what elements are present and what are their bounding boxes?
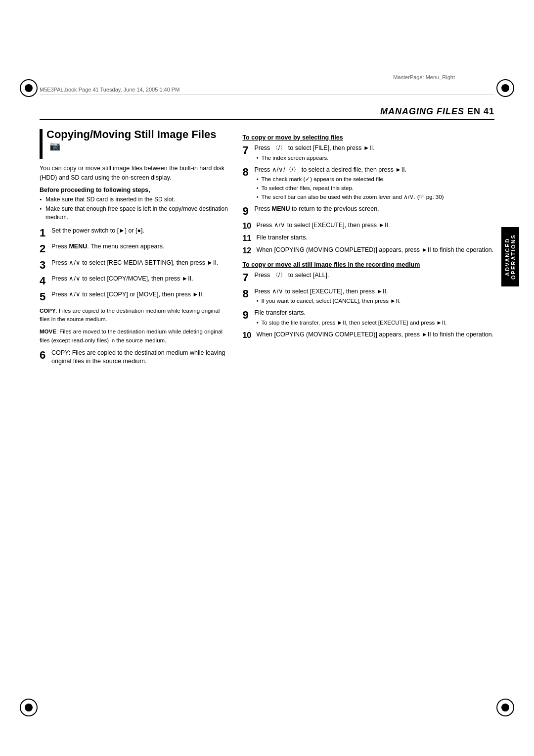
right-step-7-select: 7 Press 〈/〉 to select [FILE], then press… — [242, 144, 493, 163]
step-3-content: Press ∧/∨ to select [REC MEDIA SETTING],… — [51, 259, 230, 268]
left-column: Copying/Moving Still Image Files 📷 You c… — [40, 128, 230, 369]
section-title-block: Copying/Moving Still Image Files 📷 — [40, 128, 230, 159]
bullet-item: Make sure that SD card is inserted in th… — [40, 195, 230, 204]
step-num-9a: 9 — [242, 309, 253, 322]
step-9s-content: Press MENU to return to the previous scr… — [254, 205, 493, 214]
right-step-10-select: 10 Press ∧/∨ to select [EXECUTE], then p… — [242, 221, 493, 231]
move-note: MOVE: Files are moved to the destination… — [40, 328, 230, 345]
step-1: 1 Set the power switch to [►] or [●]. — [40, 227, 230, 239]
step-num-8s: 8 — [242, 166, 253, 179]
registration-mark-top-left — [20, 79, 38, 97]
bullet: To stop the file transfer, press ►II, th… — [256, 319, 493, 327]
step-num-10a: 10 — [242, 331, 255, 340]
step-num-12s: 12 — [242, 246, 255, 255]
all-files-heading: To copy or move all still image files in… — [242, 261, 493, 268]
step-10a-content: When [COPYING (MOVING COMPLETED)] appear… — [256, 331, 493, 339]
right-step-12-select: 12 When [COPYING (MOVING COMPLETED)] app… — [242, 246, 493, 255]
step-num-8a: 8 — [242, 287, 253, 300]
file-info: M5E3PAL.book Page 41 Tuesday, June 14, 2… — [40, 87, 179, 93]
step-8s-bullets: The check mark (✓) appears on the select… — [256, 175, 493, 201]
bullet: The check mark (✓) appears on the select… — [256, 175, 493, 183]
right-step-7-all: 7 Press 〈/〉 to select [ALL]. — [242, 271, 493, 284]
right-step-8-all: 8 Press ∧/∨ to select [EXECUTE], then pr… — [242, 287, 493, 306]
step-5-content: Press ∧/∨ to select [COPY] or [MOVE], th… — [51, 290, 230, 299]
step-num-9s: 9 — [242, 205, 253, 218]
step-4: 4 Press ∧/∨ to select [COPY/MOVE], then … — [40, 275, 230, 287]
step-6: 6 COPY: Files are copied to the destinat… — [40, 349, 230, 366]
step-num-7s: 7 — [242, 144, 253, 157]
advanced-operations-label: ADVANCED OPERATIONS — [501, 227, 519, 286]
step-8s-content: Press ∧/∨/〈/〉 to select a desired file, … — [254, 166, 493, 202]
managing-files-title: MANAGING FILES — [380, 106, 464, 116]
step-num-6: 6 — [40, 349, 50, 362]
step-3: 3 Press ∧/∨ to select [REC MEDIA SETTING… — [40, 259, 230, 272]
intro-text: You can copy or move still image files b… — [40, 164, 230, 183]
step-11s-content: File transfer starts. — [256, 234, 493, 242]
bullet: The scroll bar can also be used with the… — [256, 193, 493, 201]
registration-mark-bottom-left — [20, 699, 38, 716]
managing-files-header: MANAGING FILES EN 41 — [40, 106, 494, 120]
step-7s-content: Press 〈/〉 to select [FILE], then press ►… — [254, 144, 493, 163]
registration-mark-top-right — [496, 79, 514, 97]
right-column-container: To copy or move by selecting files 7 Pre… — [242, 128, 493, 369]
step-8a-content: Press ∧/∨ to select [EXECUTE], then pres… — [254, 287, 493, 306]
step-5: 5 Press ∧/∨ to select [COPY] or [MOVE], … — [40, 290, 230, 303]
step-9a-content: File transfer starts. To stop the file t… — [254, 309, 493, 328]
right-step-8-select: 8 Press ∧/∨/〈/〉 to select a desired file… — [242, 166, 493, 202]
step-num-4: 4 — [40, 275, 50, 287]
step-9a-bullets: To stop the file transfer, press ►II, th… — [256, 319, 493, 327]
registration-mark-bottom-right — [496, 699, 514, 716]
masterpage-label: MasterPage: Menu_Right — [393, 74, 455, 80]
step-7a-content: Press 〈/〉 to select [ALL]. — [254, 271, 493, 280]
page-number: EN 41 — [467, 106, 494, 116]
step-6-content: COPY: Files are copied to the destinatio… — [51, 349, 230, 366]
step-2: 2 Press MENU. The menu screen appears. — [40, 242, 230, 255]
step-num-11s: 11 — [242, 234, 255, 243]
step-num-7a: 7 — [242, 271, 253, 284]
step-12s-content: When [COPYING (MOVING COMPLETED)] appear… — [256, 246, 493, 255]
copy-note: COPY: Files are copied to the destinatio… — [40, 307, 230, 324]
before-proceeding-heading: Before proceeding to following steps, — [40, 187, 230, 193]
camera-icon: 📷 — [49, 141, 60, 151]
step-2-content: Press MENU. The menu screen appears. — [51, 242, 230, 251]
right-step-10-all: 10 When [COPYING (MOVING COMPLETED)] app… — [242, 331, 493, 340]
step-num-3: 3 — [40, 259, 50, 272]
main-content: MANAGING FILES EN 41 Copying/Moving Stil… — [40, 106, 494, 697]
section-title-bar — [40, 129, 43, 159]
select-files-heading: To copy or move by selecting files — [242, 134, 493, 141]
page-header: M5E3PAL.book Page 41 Tuesday, June 14, 2… — [40, 87, 494, 95]
right-step-11-select: 11 File transfer starts. — [242, 234, 493, 243]
step-8a-bullets: If you want to cancel, select [CANCEL], … — [256, 297, 493, 305]
bullet: If you want to cancel, select [CANCEL], … — [256, 297, 493, 305]
before-bullets: Make sure that SD card is inserted in th… — [40, 195, 230, 222]
right-step-9-select: 9 Press MENU to return to the previous s… — [242, 205, 493, 218]
step-7s-bullets: The index screen appears. — [256, 154, 493, 162]
right-step-9-all: 9 File transfer starts. To stop the file… — [242, 309, 493, 328]
step-num-5: 5 — [40, 290, 50, 303]
content-columns: Copying/Moving Still Image Files 📷 You c… — [40, 128, 494, 369]
step-num-2: 2 — [40, 242, 50, 255]
step-num-1: 1 — [40, 227, 50, 239]
bullet-item: Make sure that enough free space is left… — [40, 205, 230, 222]
bullet: The index screen appears. — [256, 154, 493, 162]
right-column: To copy or move by selecting files 7 Pre… — [242, 134, 493, 340]
step-1-content: Set the power switch to [►] or [●]. — [51, 227, 230, 236]
step-10s-content: Press ∧/∨ to select [EXECUTE], then pres… — [256, 221, 493, 230]
bullet: To select other files, repeat this step. — [256, 184, 493, 192]
step-4-content: Press ∧/∨ to select [COPY/MOVE], then pr… — [51, 275, 230, 284]
section-title-text: Copying/Moving Still Image Files — [46, 128, 216, 141]
step-num-10s: 10 — [242, 221, 255, 231]
